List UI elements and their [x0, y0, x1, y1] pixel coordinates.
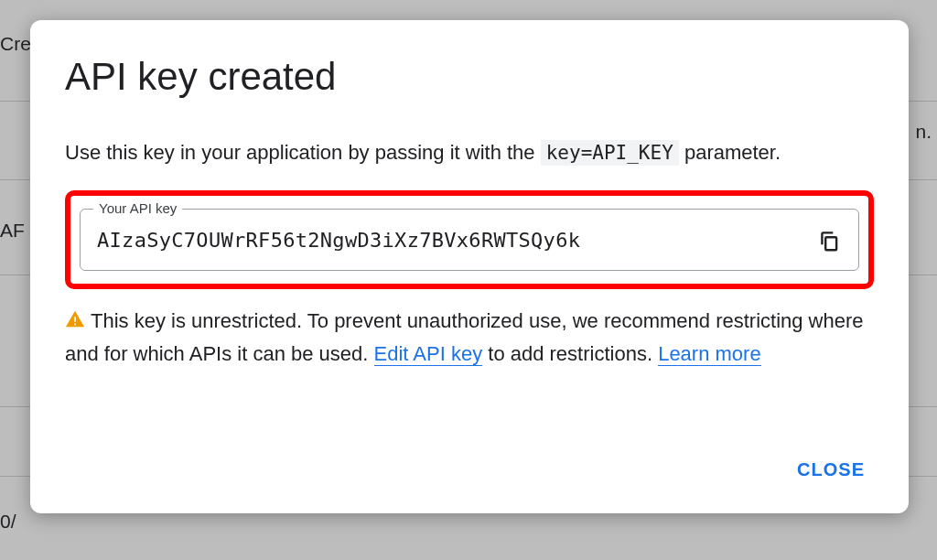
- svg-rect-0: [825, 237, 836, 250]
- svg-rect-2: [74, 323, 76, 325]
- background-text: n.: [915, 121, 932, 143]
- api-key-created-dialog: API key created Use this key in your app…: [30, 20, 909, 513]
- background-text: 0/: [0, 511, 16, 533]
- edit-api-key-link[interactable]: Edit API key: [374, 342, 483, 366]
- warning-message: This key is unrestricted. To prevent una…: [65, 306, 874, 370]
- copy-icon: [817, 229, 841, 253]
- dialog-title: API key created: [65, 55, 874, 99]
- svg-rect-1: [74, 317, 76, 322]
- background-text: Cre: [0, 33, 31, 55]
- description-prefix: Use this key in your application by pass…: [65, 141, 541, 164]
- description-code: key=API_KEY: [541, 140, 679, 166]
- api-key-label: Your API key: [93, 200, 182, 216]
- warning-text-2: to add restrictions.: [482, 342, 658, 365]
- background-text: AF: [0, 220, 25, 242]
- description-suffix: parameter.: [679, 141, 781, 164]
- warning-icon: [65, 307, 85, 339]
- dialog-actions: CLOSE: [65, 452, 874, 488]
- copy-button[interactable]: [816, 228, 842, 253]
- api-key-field: Your API key AIzaSyC7OUWrRF56t2NgwD3iXz7…: [80, 209, 859, 271]
- close-button[interactable]: CLOSE: [788, 452, 874, 488]
- api-key-value: AIzaSyC7OUWrRF56t2NgwD3iXz7BVx6RWTSQy6k: [97, 229, 580, 252]
- api-key-highlight-box: Your API key AIzaSyC7OUWrRF56t2NgwD3iXz7…: [65, 190, 874, 289]
- learn-more-link[interactable]: Learn more: [658, 342, 761, 366]
- dialog-description: Use this key in your application by pass…: [65, 137, 874, 168]
